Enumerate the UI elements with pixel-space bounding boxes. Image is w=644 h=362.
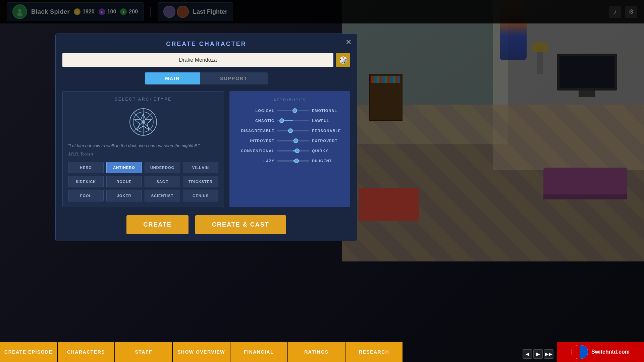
modal-content: SELECT ARCHETYPE "Le (62, 91, 350, 207)
nav-arrows: ◀ ▶ ▶▶ (523, 349, 553, 359)
attr-row-logical: LOGICAL EMOTIONAL (237, 109, 342, 113)
attr-slider-disagreeable[interactable] (277, 130, 309, 131)
archetype-trickster[interactable]: TRICKSTER (183, 176, 218, 187)
nav-staff[interactable]: STAFF (115, 342, 173, 362)
attr-dot-introvert[interactable] (293, 138, 298, 143)
nav-fast-forward[interactable]: ▶▶ (544, 349, 553, 359)
attr-dot-lazy[interactable] (294, 159, 299, 163)
attr-label-logical: LOGICAL (237, 109, 274, 113)
attr-row-introvert: INTROVERT EXTROVERT (237, 139, 342, 143)
attr-label-chaotic: CHAOTIC (237, 119, 274, 123)
attr-label-diligent: DILIGENT (312, 159, 342, 163)
archetype-author: J.R.R. Tolkien (68, 152, 218, 157)
attributes-title: ATTRIBUTES (237, 98, 342, 102)
nav-financial[interactable]: FINANCIAL (230, 342, 288, 362)
archetype-section-title: SELECT ARCHETYPE (68, 97, 218, 102)
nav-show-overview[interactable]: SHOW OVERVIEW (173, 342, 230, 362)
bottom-nav: CREATE EPISODE CHARACTERS STAFF SHOW OVE… (0, 342, 402, 362)
attr-label-conventional: CONVENTIONAL (237, 149, 274, 153)
attr-slider-conventional[interactable] (277, 150, 309, 152)
archetype-rogue[interactable]: ROGUE (106, 176, 142, 187)
archetype-sidekick[interactable]: SIDEKICK (68, 176, 104, 187)
modal-title: CREATE CHARACTER (166, 41, 247, 47)
attr-label-personable: PERSONABLE (312, 129, 342, 133)
attr-row-lazy: LAZY DILIGENT (237, 159, 342, 163)
create-button[interactable]: CREATE (126, 215, 189, 234)
attr-row-disagreeable: DISAGREEABLE PERSONABLE (237, 129, 342, 133)
modal-header: CREATE CHARACTER ✕ (62, 41, 350, 53)
archetype-villain[interactable]: VILLAIN (183, 162, 218, 173)
close-button[interactable]: ✕ (343, 37, 354, 47)
attr-dot-logical[interactable] (292, 108, 297, 113)
attr-label-emotional: EMOTIONAL (312, 109, 342, 113)
archetype-sage[interactable]: SAGE (145, 176, 180, 187)
attr-slider-introvert[interactable] (277, 140, 309, 141)
dice-icon: 🎲 (339, 56, 347, 64)
nav-create-episode[interactable]: CREATE EPISODE (0, 342, 58, 362)
nav-right-arrow[interactable]: ▶ (533, 349, 543, 359)
attr-slider-lazy[interactable] (277, 160, 309, 162)
attr-label-quirky: QUIRKY (312, 149, 342, 153)
archetype-fool[interactable]: FOOL (68, 190, 104, 201)
attr-slider-chaotic[interactable] (277, 120, 309, 121)
archetype-quote: "Let him not vow to walk in the dark, wh… (68, 142, 218, 149)
tabs-row: MAIN SUPPORT (62, 72, 350, 84)
attr-label-lawful: LAWFUL (312, 119, 342, 123)
switch-badge: Switchntd.com (557, 342, 644, 362)
tab-main[interactable]: MAIN (145, 72, 200, 84)
randomize-button[interactable]: 🎲 (336, 53, 350, 67)
attr-dot-disagreeable[interactable] (288, 128, 293, 133)
svg-point-9 (142, 120, 145, 124)
tab-support[interactable]: SUPPORT (200, 72, 268, 84)
nav-left-arrow[interactable]: ◀ (523, 349, 532, 359)
create-cast-button[interactable]: CREATE & CAST (195, 215, 286, 234)
attr-row-chaotic: CHAOTIC LAWFUL (237, 119, 342, 123)
archetype-antihero[interactable]: ANTIHERO (106, 162, 142, 173)
attr-label-disagreeable: DISAGREEABLE (237, 129, 274, 133)
name-input-row: 🎲 (62, 53, 350, 67)
attr-row-conventional: CONVENTIONAL QUIRKY (237, 149, 342, 153)
archetype-hero[interactable]: HERO (68, 162, 104, 173)
attr-dot-conventional[interactable] (295, 148, 300, 153)
switch-logo (571, 345, 588, 359)
attr-slider-logical[interactable] (277, 110, 309, 111)
archetype-joker[interactable]: JOKER (106, 190, 142, 201)
action-row: CREATE CREATE & CAST (62, 215, 350, 234)
nav-ratings[interactable]: RATINGS (288, 342, 346, 362)
character-name-input[interactable] (62, 53, 333, 67)
nav-characters[interactable]: CHARACTERS (58, 342, 115, 362)
archetype-icon-display (128, 107, 158, 137)
archetype-panel: SELECT ARCHETYPE "Le (62, 91, 224, 207)
attr-label-lazy: LAZY (237, 159, 274, 163)
attr-dot-chaotic[interactable] (279, 118, 284, 123)
attributes-panel: ATTRIBUTES LOGICAL EMOTIONAL CHAOTIC (229, 91, 350, 207)
archetype-scientist[interactable]: SCIENTIST (145, 190, 180, 201)
nav-research[interactable]: RESEARCH (345, 342, 402, 362)
attr-label-extrovert: EXTROVERT (312, 139, 342, 143)
create-character-modal: CREATE CHARACTER ✕ 🎲 MAIN SUPPORT SELECT… (55, 34, 357, 241)
modal-overlay: CREATE CHARACTER ✕ 🎲 MAIN SUPPORT SELECT… (0, 0, 644, 362)
archetype-underdog[interactable]: UNDERDOG (145, 162, 180, 173)
archetype-grid: HERO ANTIHERO UNDERDOG VILLAIN SIDEKICK … (68, 162, 218, 201)
archetype-genius[interactable]: GENIUS (183, 190, 218, 201)
attr-label-introvert: INTROVERT (237, 139, 274, 143)
switch-text: Switchntd.com (591, 349, 630, 355)
